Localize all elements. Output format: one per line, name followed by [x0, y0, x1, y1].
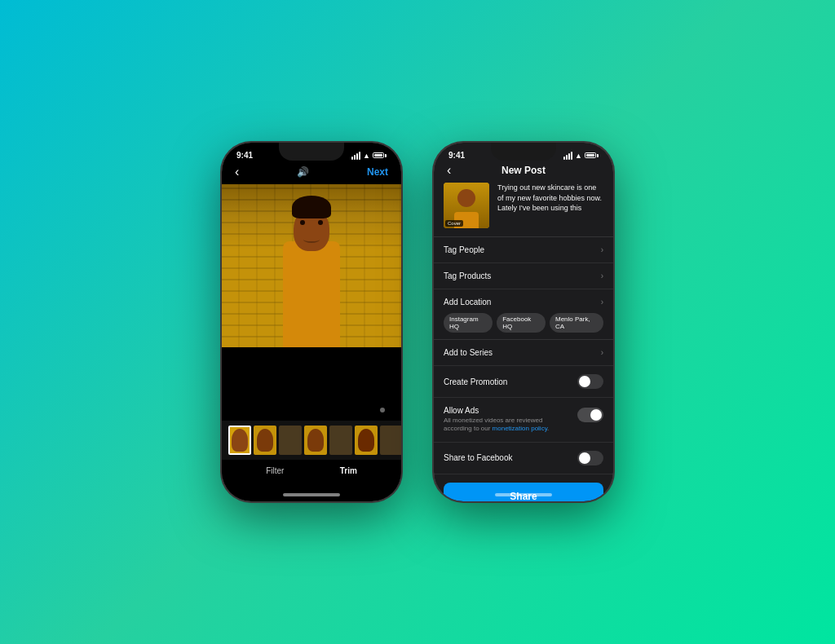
filter-button[interactable]: Filter — [266, 466, 284, 475]
location-tag-3[interactable]: Menlo Park, CA — [550, 313, 603, 333]
share-facebook-item: Share to Facebook — [434, 443, 613, 474]
film-frame-4[interactable] — [304, 426, 327, 455]
create-promotion-label: Create Promotion — [444, 377, 507, 386]
status-bar-2: 9:41 ▲ — [434, 143, 613, 163]
chevron-icon-3: › — [601, 298, 603, 307]
location-tags-list: Instagram HQ Facebook HQ Menlo Park, CA — [434, 310, 613, 339]
add-to-series-item[interactable]: Add to Series › — [434, 340, 613, 366]
phone1-header: ‹ 🔊 Next — [222, 163, 401, 184]
tag-people-label: Tag People — [444, 245, 484, 254]
allow-ads-label: Allow Ads — [444, 406, 549, 415]
cover-label: Cover — [445, 220, 463, 227]
allow-ads-toggle[interactable] — [577, 408, 603, 422]
person-figure — [271, 192, 352, 347]
back-button-1[interactable]: ‹ — [235, 165, 239, 179]
create-promotion-toggle[interactable] — [577, 374, 603, 389]
thumbnail[interactable]: Cover — [444, 183, 489, 228]
film-frame-2[interactable] — [254, 426, 276, 455]
status-icons-2: ▲ — [563, 152, 599, 160]
phone-2: 9:41 ▲ — [434, 143, 613, 501]
status-time-1: 9:41 — [236, 151, 253, 160]
filmstrip[interactable] — [222, 421, 401, 460]
home-indicator-2[interactable] — [495, 493, 552, 496]
allow-ads-sublabel: All monetized videos are reviewedaccordi… — [444, 417, 549, 434]
phone-1: 9:41 ▲ — [222, 143, 401, 501]
tag-products-item[interactable]: Tag Products › — [434, 263, 613, 289]
share-facebook-label: Share to Facebook — [444, 453, 513, 462]
tag-people-item[interactable]: Tag People › — [434, 237, 613, 263]
back-button-2[interactable]: ‹ — [447, 163, 451, 178]
sound-icon[interactable]: 🔊 — [297, 166, 309, 178]
caption-text[interactable]: Trying out new skincare is one of my new… — [497, 183, 603, 228]
next-button[interactable]: Next — [367, 166, 388, 178]
phones-container: 9:41 ▲ — [205, 126, 630, 518]
wifi-icon: ▲ — [363, 152, 370, 160]
person-torso — [283, 241, 340, 347]
location-tag-1[interactable]: Instagram HQ — [444, 313, 493, 333]
allow-ads-text-group: Allow Ads All monetized videos are revie… — [444, 406, 549, 434]
phone1-screen: 9:41 ▲ — [222, 143, 401, 501]
battery-icon-2 — [585, 152, 599, 158]
allow-ads-item: Allow Ads All monetized videos are revie… — [434, 398, 613, 443]
wifi-icon-2: ▲ — [575, 152, 582, 160]
video-preview — [222, 184, 401, 347]
share-facebook-toggle[interactable] — [577, 451, 603, 465]
film-frame-active[interactable] — [228, 426, 251, 455]
video-spacer — [222, 347, 401, 421]
create-promotion-item: Create Promotion — [434, 366, 613, 398]
status-bar-1: 9:41 ▲ — [222, 143, 401, 163]
location-tag-2[interactable]: Facebook HQ — [497, 313, 546, 333]
status-time-2: 9:41 — [448, 151, 465, 160]
add-location-item[interactable]: Add Location › — [434, 289, 613, 310]
person-hair — [292, 196, 331, 218]
chevron-icon-4: › — [601, 348, 603, 357]
add-to-series-label: Add to Series — [444, 348, 493, 357]
trim-button[interactable]: Trim — [340, 466, 357, 475]
home-indicator-1[interactable] — [283, 493, 340, 496]
film-frame-3[interactable] — [279, 426, 302, 455]
film-frame-7[interactable] — [380, 426, 401, 455]
signal-icon-2 — [563, 152, 572, 160]
add-location-label: Add Location — [444, 298, 491, 307]
signal-icon — [351, 152, 360, 160]
page-title: New Post — [501, 165, 546, 176]
chevron-icon-1: › — [601, 245, 603, 254]
chevron-icon-2: › — [601, 271, 603, 280]
battery-icon — [373, 152, 387, 158]
status-icons-1: ▲ — [351, 152, 387, 160]
dot-indicator — [380, 408, 385, 412]
post-preview: Cover Trying out new skincare is one of … — [434, 183, 613, 236]
phone2-header: ‹ New Post — [434, 163, 613, 183]
tag-products-label: Tag Products — [444, 271, 491, 280]
monetization-policy-link[interactable]: monetization policy — [493, 425, 547, 432]
share-button[interactable]: Share — [444, 483, 603, 501]
phone2-screen: 9:41 ▲ — [434, 143, 613, 501]
film-frame-5[interactable] — [329, 426, 352, 455]
phone1-bottom-bar: Filter Trim — [222, 460, 401, 479]
film-frame-6[interactable] — [355, 426, 378, 455]
